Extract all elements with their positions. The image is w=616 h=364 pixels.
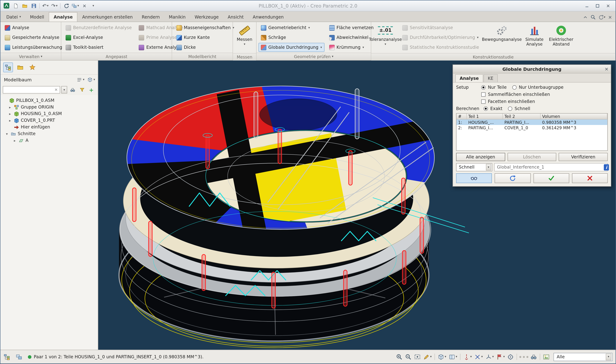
model-tree-toggle-icon[interactable] (3, 62, 13, 72)
durchfuehrbarkeit-button[interactable]: Durchführbarkeit/Optimierung▾ (400, 33, 481, 42)
filter-icon[interactable] (78, 86, 86, 94)
selection-filter-dropdown[interactable]: Alle ▾ (553, 353, 612, 361)
spin-center-icon[interactable] (506, 352, 515, 361)
tab-werkzeuge[interactable]: Werkzeuge (190, 12, 223, 22)
tree-item-gruppe-origin[interactable]: ▸Gruppe ORIGIN (1, 104, 98, 110)
nur-unterbaugruppe-radio[interactable] (512, 85, 516, 90)
info-icon[interactable]: i (604, 164, 609, 170)
simulate-analyse-button[interactable]: Simulate Analyse (522, 23, 547, 53)
group-label-geometrie-pruefen[interactable]: Geometrie prüfen▾ (257, 53, 371, 60)
tree-item-housing[interactable]: ▸HOUSING_1_0.ASM (1, 110, 98, 117)
leistungsueberwachung-button[interactable]: Leistungsüberwachung (2, 43, 65, 52)
benutzerdefinierte-analyse-button[interactable]: Benutzerdefinierte Analyse (63, 23, 134, 32)
expander-icon[interactable]: ▸ (8, 112, 12, 116)
new-file-icon[interactable] (12, 1, 20, 10)
toggle-browser-icon[interactable] (14, 352, 24, 362)
gespeicherte-analyse-button[interactable]: Gespeicherte Analyse (2, 33, 65, 42)
expander-icon[interactable]: ▸ (8, 105, 12, 109)
ok-button[interactable] (533, 173, 569, 183)
tab-analyse[interactable]: Analyse (49, 12, 77, 22)
refit-icon[interactable] (413, 352, 422, 361)
schraege-button[interactable]: Schräge (258, 33, 324, 42)
minimize-button[interactable] (583, 2, 591, 9)
schnell-radio[interactable] (508, 106, 512, 111)
favorites-icon[interactable] (27, 62, 37, 72)
tree-item-cover[interactable]: ▸COVER_1_0.PRT (1, 117, 98, 124)
toleranzanalyse-button[interactable]: ±.01 Toleranzanalyse ▾ (373, 23, 398, 53)
undo-icon[interactable]: ↶▾ (41, 1, 50, 10)
dicke-button[interactable]: Dicke (174, 43, 237, 52)
windows-icon[interactable]: ▾ (71, 1, 79, 10)
loeschen-button[interactable]: Löschen (507, 153, 556, 161)
tab-modell[interactable]: Modell (26, 12, 49, 22)
dialog-tab-analyse[interactable]: Analyse (455, 74, 483, 82)
regenerate-icon[interactable] (62, 1, 70, 10)
tree-item-section-a[interactable]: ▸A (1, 137, 98, 144)
save-icon[interactable] (29, 1, 38, 10)
saved-orientations-icon[interactable]: ▾ (448, 352, 458, 361)
clear-icon[interactable]: ✕ (54, 88, 59, 92)
datum-axes-toggle-icon[interactable]: ▾ (462, 352, 473, 361)
tab-rendern[interactable]: Rendern (138, 12, 164, 22)
tree-filter-field[interactable] (4, 87, 54, 92)
toggle-model-tree-icon[interactable] (2, 352, 12, 362)
preview-button[interactable] (456, 173, 492, 183)
app-icon[interactable] (2, 1, 11, 10)
table-row[interactable]: 1: HOUSING_... PARTING_I... 0.980358 MM^… (457, 119, 607, 125)
alle-anzeigen-button[interactable]: Alle anzeigen (456, 153, 505, 161)
elektrischer-abstand-button[interactable]: Elektrischer Abstand (549, 23, 573, 53)
toolkit-basiert-button[interactable]: Toolkit-basiert (63, 43, 134, 52)
group-label-verwalten[interactable]: Verwalten▾ (0, 53, 61, 60)
zoom-out-icon[interactable] (404, 352, 412, 361)
find-icon[interactable] (68, 86, 77, 94)
dialog-titlebar[interactable]: Globale Durchdringung (453, 65, 611, 73)
sensitivitaetsanalyse-button[interactable]: Sensitivitätsanalyse (400, 23, 481, 32)
close-window-icon[interactable] (80, 1, 88, 10)
redo-icon[interactable]: ↷▾ (50, 1, 59, 10)
globale-durchdringung-button[interactable]: Globale Durchdringung▾ (258, 43, 324, 52)
session-options-icon[interactable]: ▾ (598, 14, 605, 20)
geometriebericht-button[interactable]: Geometriebericht▾ (258, 23, 324, 32)
tab-datei[interactable]: Datei▾ (2, 12, 25, 22)
close-ribbon-icon[interactable] (608, 15, 613, 20)
folder-browser-icon[interactable] (15, 62, 25, 72)
quality-dropdown[interactable]: Schnell ▾ (456, 163, 492, 171)
expander-icon[interactable]: ▸ (8, 118, 12, 122)
customize-quick-access-icon[interactable]: ▾ (89, 1, 97, 10)
csys-toggle-icon[interactable]: ▾ (484, 352, 495, 361)
facetten-checkbox[interactable] (481, 100, 486, 104)
tree-item-schnitte[interactable]: ▾Schnitte (1, 130, 98, 137)
expander-icon[interactable]: ▾ (5, 132, 9, 136)
maximize-button[interactable] (594, 2, 601, 9)
display-style-icon[interactable]: ▾ (437, 352, 447, 361)
statistische-konstruktionsstudie-button[interactable]: Statistische Konstruktionsstudie (400, 43, 481, 52)
tab-anmerkungen[interactable]: Anmerkungen erstellen (78, 12, 137, 22)
exakt-radio[interactable] (484, 106, 488, 111)
analyse-button[interactable]: Analyse (2, 23, 65, 32)
search-model-icon[interactable] (529, 352, 538, 361)
kruemmung-button[interactable]: Krümmung▾ (327, 43, 376, 52)
tab-manikin[interactable]: Manikin (165, 12, 190, 22)
excel-analyse-button[interactable]: Excel-Analyse (63, 33, 134, 42)
open-icon[interactable] (20, 1, 29, 10)
tree-item-pillbox[interactable]: PILLBOX_1_0.ASM (1, 97, 98, 104)
close-button[interactable] (604, 2, 612, 9)
command-search-icon[interactable] (590, 14, 596, 20)
repaint-icon[interactable]: ▾ (422, 352, 432, 361)
zoom-in-icon[interactable] (395, 352, 403, 361)
nur-teile-radio[interactable] (481, 85, 486, 90)
messen-button[interactable]: Messen ▾ (235, 23, 254, 53)
tab-anwendungen[interactable]: Anwendungen (248, 12, 288, 22)
tree-display-icon[interactable]: ▾ (87, 77, 96, 83)
cancel-button[interactable] (572, 173, 608, 183)
repeat-button[interactable] (495, 173, 530, 183)
annotation-toggle-icon[interactable]: ▾ (495, 352, 506, 361)
verifizieren-button[interactable]: Verifizieren (559, 153, 608, 161)
tree-search-input[interactable]: ✕ (3, 86, 60, 94)
screenshot-icon[interactable] (542, 352, 551, 361)
masseneigenschaften-button[interactable]: Masseneigenschaften▾ (174, 23, 237, 32)
analysis-name-field[interactable] (494, 163, 608, 171)
abweichwinkel-button[interactable]: Abweichwinkel (327, 33, 376, 42)
tab-ansicht[interactable]: Ansicht (223, 12, 248, 22)
ribbon-collapse-icon[interactable] (583, 14, 588, 20)
